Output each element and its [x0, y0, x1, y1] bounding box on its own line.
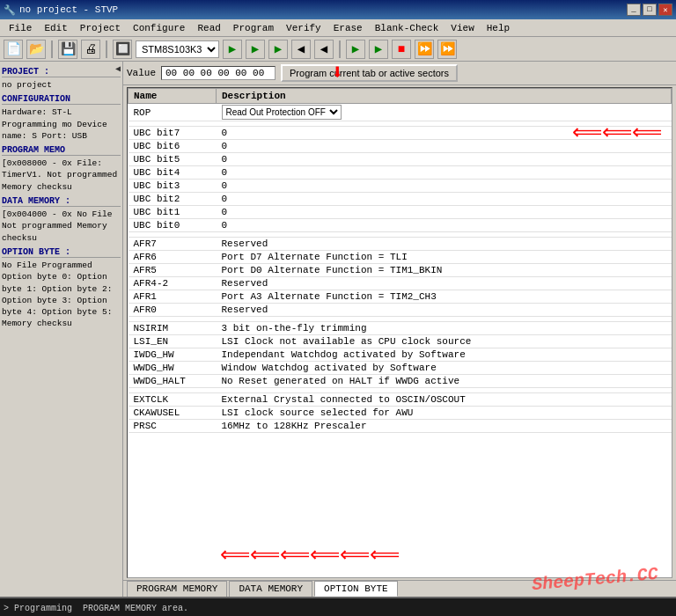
cell-name: PRSC	[129, 420, 217, 433]
table-row: CKAWUSEL LSI clock source selected for A…	[129, 407, 672, 420]
table-row: NSIRIM 3 bit on-the-fly trimming	[129, 322, 672, 335]
cell-desc: Port A3 Alternate Function = TIM2_CH3	[217, 290, 672, 304]
cell-desc: 0	[217, 166, 672, 180]
right-panel: Value Program current tab or active sect…	[123, 62, 676, 597]
run-button-4[interactable]: ⏩	[415, 40, 434, 59]
table-row: AFR5 Port D0 Alternate Function = TIM1_B…	[129, 264, 672, 277]
cell-name: LSI_EN	[129, 335, 217, 348]
option-byte-section-title: OPTION BYTE :	[2, 247, 121, 258]
cell-name: UBC bit5	[129, 153, 217, 166]
menu-bar: File Edit Project Configure Read Program…	[0, 19, 676, 37]
menu-blankcheck[interactable]: Blank-Check	[370, 21, 445, 35]
close-button[interactable]: ✕	[658, 4, 672, 16]
table-row: AFR4-2 Reserved	[129, 277, 672, 290]
cell-desc: 16MHz to 128KHz Prescaler	[217, 420, 672, 433]
table-row: EXTCLK External Crystal connected to OSC…	[129, 393, 672, 407]
cell-name: NSIRIM	[129, 322, 217, 335]
cell-name: UBC bit6	[129, 140, 217, 153]
cell-name: UBC bit7	[129, 127, 217, 140]
cell-desc: 0	[217, 206, 672, 219]
cell-desc: Window Watchdog activated by Software	[217, 362, 672, 375]
option-byte-section-content: No File Programmed Option byte 0: Option…	[2, 260, 121, 330]
minimize-button[interactable]: _	[627, 4, 641, 16]
menu-help[interactable]: Help	[481, 21, 515, 35]
menu-read[interactable]: Read	[192, 21, 225, 35]
cell-name: AFR1	[129, 290, 217, 304]
cell-desc: No Reset generated on HALT if WWDG activ…	[217, 375, 672, 388]
run-button-3[interactable]: ■	[392, 40, 411, 59]
table-row: UBC bit6 0	[129, 140, 672, 153]
table-row: UBC bit3 0	[129, 180, 672, 193]
run-button-1[interactable]: ▶	[346, 40, 365, 59]
menu-erase[interactable]: Erase	[328, 21, 368, 35]
cell-desc: 3 bit on-the-fly trimming	[217, 322, 672, 335]
log-line: > Programming PROGRAM MEMORY area.	[4, 602, 672, 615]
program-memory-section-content: [0x008000 - 0x File: TimerV1. Not progra…	[2, 158, 121, 193]
table-row: ROP Read Out Protection OFF	[129, 104, 672, 121]
project-section-title: PROJECT :	[2, 67, 121, 77]
program-button-2[interactable]: ▶	[246, 40, 265, 59]
cell-name: UBC bit3	[129, 180, 217, 193]
cell-desc: Read Out Protection OFF	[217, 104, 672, 121]
cell-name: UBC bit1	[129, 206, 217, 219]
run-button-5[interactable]: ⏩	[437, 40, 457, 59]
program-sectors-button[interactable]: Program current tab or active sectors	[281, 64, 458, 82]
cell-name: AFR0	[129, 304, 217, 317]
value-input[interactable]	[161, 66, 276, 80]
scroll-handle[interactable]: ◀	[115, 63, 121, 74]
menu-edit[interactable]: Edit	[39, 21, 72, 35]
menu-program[interactable]: Program	[228, 21, 279, 35]
app-title: 🔧 no project - STVP	[4, 4, 118, 16]
cell-name: AFR7	[129, 238, 217, 251]
data-memory-section-title: DATA MEMORY :	[2, 196, 121, 207]
table-row: IWDG_HW Independant Watchdog activated b…	[129, 348, 672, 362]
tab-program-memory[interactable]: PROGRAM MEMORY	[127, 581, 227, 597]
cell-name: WWDG_HW	[129, 362, 217, 375]
chip-button[interactable]: 🔲	[113, 40, 132, 59]
tab-data-memory[interactable]: DATA MEMORY	[229, 581, 312, 597]
program-button-1[interactable]: ▶	[223, 40, 242, 59]
menu-file[interactable]: File	[4, 21, 37, 35]
print-button[interactable]: 🖨	[81, 40, 100, 59]
cell-desc: Reserved	[217, 304, 672, 317]
device-select[interactable]: STM8S103K3	[136, 40, 219, 58]
open-button[interactable]: 📂	[26, 40, 46, 59]
log-area: > Programming PROGRAM MEMORY area. Cut V…	[0, 597, 676, 616]
project-section-content: no project	[2, 79, 121, 91]
program-button-5[interactable]: ◀	[314, 40, 334, 59]
maximize-button[interactable]: □	[643, 4, 657, 16]
table-row: AFR0 Reserved	[129, 304, 672, 317]
new-button[interactable]: 📄	[4, 40, 23, 59]
cell-name: UBC bit0	[129, 219, 217, 232]
table-row: LSI_EN LSI Clock not available as CPU cl…	[129, 335, 672, 348]
table-body: ROP Read Out Protection OFF UBC bit7 0 U…	[129, 104, 672, 433]
program-button-3[interactable]: ▶	[268, 40, 288, 59]
menu-view[interactable]: View	[445, 21, 479, 35]
cell-name: AFR6	[129, 251, 217, 264]
config-section-content: Hardware: ST-L Programming mo Device nam…	[2, 106, 121, 142]
cell-name: UBC bit4	[129, 166, 217, 180]
save-button[interactable]: 💾	[58, 40, 77, 59]
menu-configure[interactable]: Configure	[128, 21, 190, 35]
table-row: UBC bit2 0	[129, 193, 672, 206]
run-button-2[interactable]: ▶	[369, 40, 388, 59]
table-row: UBC bit5 0	[129, 153, 672, 166]
cell-desc: 0	[217, 193, 672, 206]
table-row: UBC bit1 0	[129, 206, 672, 219]
menu-project[interactable]: Project	[75, 21, 126, 35]
cell-desc: External Crystal connected to OSCIN/OSCO…	[217, 393, 672, 407]
table-row: UBC bit7 0	[129, 127, 672, 140]
window-controls[interactable]: _ □ ✕	[627, 4, 672, 16]
program-button-4[interactable]: ◀	[291, 40, 311, 59]
cell-desc: 0	[217, 180, 672, 193]
rop-select[interactable]: Read Out Protection OFF	[222, 105, 342, 120]
cell-name: UBC bit2	[129, 193, 217, 206]
toolbar-separator-1	[51, 40, 53, 58]
tab-option-byte[interactable]: OPTION BYTE	[314, 581, 398, 597]
table-row: AFR7 Reserved	[129, 238, 672, 251]
cell-desc: 0	[217, 127, 672, 140]
table-row: WWDG_HW Window Watchdog activated by Sof…	[129, 362, 672, 375]
cell-name: AFR4-2	[129, 277, 217, 290]
value-label: Value	[127, 68, 156, 78]
menu-verify[interactable]: Verify	[281, 21, 327, 35]
